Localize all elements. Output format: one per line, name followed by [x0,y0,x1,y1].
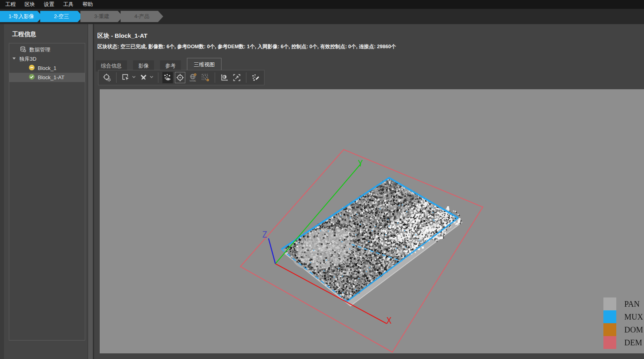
tree-item-data-management[interactable]: 数据管理 [9,45,85,54]
legend-row-mux: MUX [603,310,643,323]
menu-item-help[interactable]: 帮助 [78,0,97,9]
sidebar-scrollbar[interactable] [88,24,93,359]
toolbar-separator [158,72,158,83]
viewport-toolbar: NAME [98,70,265,85]
show-axes-toggle[interactable] [219,72,230,83]
menu-item-tools[interactable]: 工具 [59,0,78,9]
measure-edit-dropdown-chevron[interactable] [150,73,154,82]
legend-row-dem: DEM [603,336,643,349]
tab-3d-view[interactable]: 三维视图 [187,58,222,72]
mux-color-swatch [603,310,616,323]
workflow-step-reconstruction[interactable]: 3-重建 [80,11,123,22]
project-info-panel: 工程信息 数据管理 独库3D [0,24,88,359]
menu-item-project[interactable]: 工程 [1,0,20,9]
fit-view-button[interactable] [232,72,242,83]
status-incomplete-icon [29,64,35,72]
block-status-line: 区块状态: 空三已完成, 影像数: 6个, 参考DOM数: 0个, 参考DEM数… [97,43,396,50]
measure-edit-button[interactable] [138,72,149,83]
project-tree: 数据管理 独库3D Block_1 [9,43,85,341]
block-detail-panel: 区块 - Block_1-AT 区块状态: 空三已完成, 影像数: 6个, 参考… [94,24,644,359]
menu-item-block[interactable]: 区块 [20,0,39,9]
legend-row-pan: PAN [603,297,643,310]
toolbar-separator [116,72,117,83]
sidebar-title: 工程信息 [12,31,86,38]
camera-centers-toggle[interactable] [175,72,185,83]
page-title: 区块 - Block_1-AT [97,32,148,40]
tiepoints-visibility-toggle[interactable] [162,72,173,83]
dom-label: DOM [624,325,643,334]
workflow-bar: 1-导入影像 2-空三 3-重建 4-产品 [0,9,644,24]
dem-label: DEM [624,338,642,347]
point-cloud-canvas[interactable] [100,89,644,353]
3d-viewport: X Y Z PAN MUX DOM DEM [100,89,644,353]
pan-label: PAN [624,300,640,309]
dem-color-swatch [603,336,616,349]
detail-tabs: 综合信息 影像 参考 三维视图 [96,58,222,72]
show-point-ids-toggle[interactable] [200,72,211,83]
legend-row-dom: DOM [603,323,643,336]
database-icon [20,46,27,54]
select-mode-button[interactable] [121,72,131,83]
sensor-legend: PAN MUX DOM DEM [603,297,643,349]
toolbar-separator [246,72,246,83]
status-complete-icon [29,74,35,81]
workflow-step-products[interactable]: 4-产品 [121,11,163,22]
workflow-step-import-images[interactable]: 1-导入影像 [0,11,43,22]
dom-color-swatch [603,323,616,336]
edit-tiepoints-button[interactable] [250,72,261,83]
locate-block-button[interactable] [102,72,112,83]
show-names-toggle[interactable]: NAME [187,72,198,83]
tree-item-duku3d[interactable]: 独库3D [9,54,85,64]
select-mode-dropdown-chevron[interactable] [132,73,136,82]
toolbar-separator [215,72,215,83]
pan-color-swatch [603,297,616,310]
mux-label: MUX [624,312,643,322]
workflow-step-aerotriangulation[interactable]: 2-空三 [40,11,83,22]
chevron-down-icon[interactable] [12,56,16,62]
tree-item-block-1[interactable]: Block_1 [9,64,85,73]
tree-item-block-1-at[interactable]: Block_1-AT [9,73,85,82]
name-badge-text: NAME [189,80,196,82]
title-bar: 工程 区块 设置 工具 帮助 [0,0,644,9]
menu-item-settings[interactable]: 设置 [39,0,59,9]
